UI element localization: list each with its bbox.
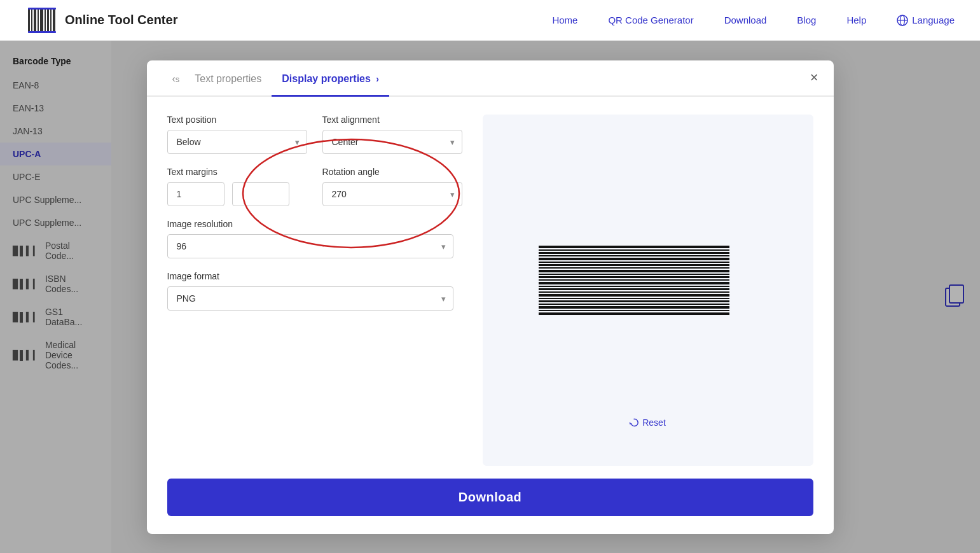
svg-rect-8 <box>50 9 52 32</box>
svg-rect-20 <box>539 300 729 302</box>
svg-rect-18 <box>539 306 729 309</box>
text-alignment-wrapper: Center Left Right <box>322 130 462 154</box>
svg-rect-5 <box>40 9 43 32</box>
svg-rect-19 <box>539 304 729 305</box>
svg-rect-28 <box>539 276 729 278</box>
language-selector[interactable]: Language <box>897 15 955 26</box>
tab-display-properties[interactable]: Display properties › <box>272 73 389 97</box>
svg-rect-36 <box>539 252 729 254</box>
svg-rect-30 <box>539 270 729 272</box>
nav-qr[interactable]: QR Code Generator <box>608 15 693 25</box>
image-format-label: Image format <box>167 271 453 281</box>
page-background: Barcode Type EAN-8 EAN-13 JAN-13 UPC-A U… <box>0 41 980 553</box>
barcode-preview-panel: 614141999996 Reset <box>483 115 813 466</box>
svg-rect-9 <box>53 9 55 32</box>
nav-download[interactable]: Download <box>724 15 767 25</box>
text-position-select[interactable]: Below Above None <box>167 130 307 154</box>
rotation-angle-wrapper: 0 90 180 270 <box>322 182 462 206</box>
text-position-wrapper: Below Above None <box>167 130 307 154</box>
download-button[interactable]: Download <box>167 479 813 516</box>
modal-close-button[interactable]: × <box>810 71 818 85</box>
rotation-angle-label: Rotation angle <box>322 167 462 177</box>
image-resolution-group: Image resolution 72 96 150 300 <box>167 219 453 258</box>
svg-rect-6 <box>45 9 46 32</box>
text-position-label: Text position <box>167 115 307 125</box>
svg-rect-2 <box>31 9 32 32</box>
form-row-3: Image resolution 72 96 150 300 <box>167 219 462 258</box>
nav-home[interactable]: Home <box>552 15 577 25</box>
text-margins-group: Text margins <box>167 167 307 206</box>
svg-rect-31 <box>539 267 729 269</box>
text-margins-label: Text margins <box>167 167 307 177</box>
reset-icon <box>630 418 638 427</box>
modal-footer: Download <box>147 466 834 534</box>
modal-body: Text position Below Above None Text alig… <box>147 97 834 466</box>
svg-rect-34 <box>539 258 729 260</box>
text-margins-inputs <box>167 182 307 206</box>
nav-blog[interactable]: Blog <box>797 15 816 25</box>
svg-rect-25 <box>539 286 729 287</box>
logo-link[interactable]: Online Tool Center <box>25 4 177 37</box>
svg-rect-27 <box>539 279 729 281</box>
image-format-group: Image format PNG JPG SVG EPS <box>167 271 453 311</box>
language-label: Language <box>912 15 955 25</box>
form-row-4: Image format PNG JPG SVG EPS <box>167 271 462 311</box>
tab-text-properties[interactable]: Text properties <box>184 73 272 97</box>
modal-dialog: ‹ s Text properties Display properties ›… <box>147 60 834 534</box>
logo-text: Online Tool Center <box>65 13 177 27</box>
svg-rect-38 <box>539 246 729 248</box>
svg-rect-37 <box>539 249 729 251</box>
reset-button[interactable]: Reset <box>630 417 666 428</box>
barcode-image: 614141999996 <box>539 245 757 315</box>
svg-rect-33 <box>539 262 729 263</box>
image-format-wrapper: PNG JPG SVG EPS <box>167 286 453 311</box>
svg-rect-1 <box>28 9 30 32</box>
svg-rect-22 <box>539 294 729 297</box>
svg-rect-4 <box>38 9 39 32</box>
svg-rect-10 <box>28 8 56 10</box>
logo-icon <box>25 4 59 37</box>
svg-rect-3 <box>34 9 36 32</box>
svg-rect-11 <box>28 31 56 33</box>
svg-rect-23 <box>539 291 729 293</box>
image-format-select[interactable]: PNG JPG SVG EPS <box>167 286 453 311</box>
navbar: Online Tool Center Home QR Code Generato… <box>0 0 980 41</box>
svg-rect-35 <box>539 255 729 256</box>
form-row-1: Text position Below Above None Text alig… <box>167 115 462 154</box>
text-alignment-label: Text alignment <box>322 115 462 125</box>
globe-icon <box>897 15 908 26</box>
svg-rect-24 <box>539 288 729 290</box>
svg-rect-21 <box>539 298 729 299</box>
svg-rect-29 <box>539 274 729 275</box>
chevron-right-icon: › <box>376 74 379 84</box>
text-margins-input[interactable] <box>167 182 224 206</box>
svg-rect-16 <box>539 312 729 315</box>
svg-rect-26 <box>539 282 729 284</box>
modal-header: ‹ s Text properties Display properties ›… <box>147 60 834 97</box>
tab-prev-label: s <box>176 74 180 84</box>
image-resolution-select[interactable]: 72 96 150 300 <box>167 234 453 258</box>
rotation-angle-group: Rotation angle 0 90 180 270 <box>322 167 462 206</box>
reset-label: Reset <box>642 417 666 428</box>
text-margins-input-2[interactable] <box>232 182 289 206</box>
nav-links: Home QR Code Generator Download Blog Hel… <box>552 15 866 25</box>
rotation-angle-select[interactable]: 0 90 180 270 <box>322 182 462 206</box>
image-resolution-wrapper: 72 96 150 300 <box>167 234 453 258</box>
display-properties-form: Text position Below Above None Text alig… <box>167 115 462 466</box>
barcode-svg: 614141999996 <box>539 245 755 315</box>
text-alignment-select[interactable]: Center Left Right <box>322 130 462 154</box>
nav-help[interactable]: Help <box>846 15 866 25</box>
barcode-preview: 614141999996 <box>498 153 798 407</box>
tab-nav-prev[interactable]: ‹ s <box>167 73 185 95</box>
text-alignment-group: Text alignment Center Left Right <box>322 115 462 154</box>
form-row-2: Text margins Rotation angle 0 90 1 <box>167 167 462 206</box>
text-position-group: Text position Below Above None <box>167 115 307 154</box>
svg-rect-7 <box>47 9 49 32</box>
svg-rect-17 <box>539 310 729 311</box>
svg-rect-32 <box>539 264 729 266</box>
image-resolution-label: Image resolution <box>167 219 453 229</box>
